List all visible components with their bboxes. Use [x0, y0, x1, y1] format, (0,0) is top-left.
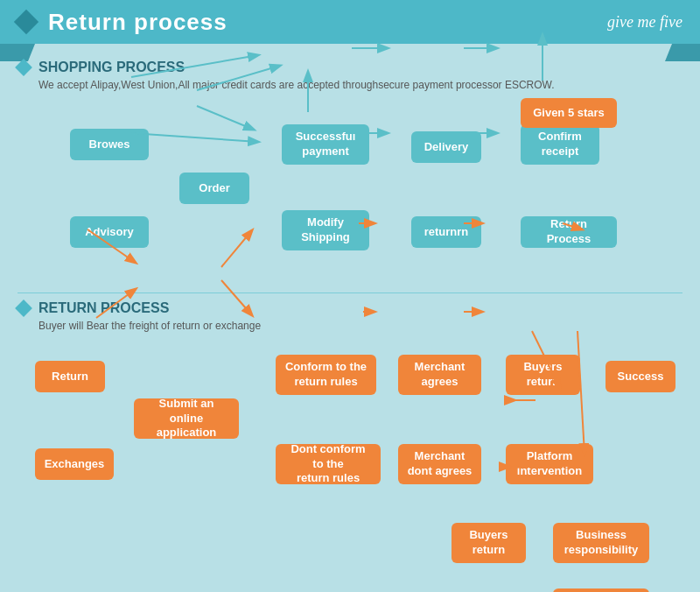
- buyers-return2-box: Buyersreturn: [452, 523, 526, 563]
- advisory-box: Advisory: [70, 216, 149, 248]
- return-description: Buyer will Bear the freight of return or…: [38, 320, 682, 332]
- merchant-dont-box: Merchantdont agrees: [398, 444, 481, 484]
- buyers-resp-box: Buyersresponsibility: [553, 588, 649, 592]
- return-button-box: Return: [35, 361, 105, 392]
- confirm-receipt-box: Confirmreceipt: [521, 124, 599, 165]
- brand-logo: give me five: [607, 13, 682, 32]
- submit-online-box: Submit an onlineapplication: [134, 398, 239, 439]
- shopping-description: We accept Alipay,West Union,All major cr…: [38, 79, 682, 91]
- successful-payment-box: Successfulpayment: [282, 124, 369, 165]
- return-section-title: RETURN PROCESS: [38, 300, 169, 316]
- main-content: SHOPPING PROCESS We accept Alipay,West U…: [0, 44, 700, 592]
- dont-conform-box: Dont conform to thereturn rules: [276, 444, 381, 484]
- return-process-box: Return Process: [521, 216, 617, 248]
- returnrn-box: returnrn: [411, 216, 481, 248]
- shopping-diamond-icon: [15, 59, 32, 76]
- shopping-section-title: SHOPPING PROCESS: [38, 60, 185, 75]
- conform-rules-box: Conform to thereturn rules: [276, 355, 376, 395]
- shopping-flow-area: Browes Order Advisory ModifyShipping Suc…: [18, 98, 682, 291]
- return-section-header: RETURN PROCESS: [18, 300, 682, 316]
- order-box: Order: [179, 173, 249, 204]
- shopping-section-header: SHOPPING PROCESS: [18, 60, 682, 75]
- browes-box: Browes: [70, 129, 149, 160]
- merchant-agrees-box: Merchantagrees: [398, 355, 481, 395]
- section-divider: [18, 292, 682, 293]
- return-flow-area: Return Exchanges Submit an onlineapplica…: [18, 339, 682, 592]
- buyers-return1-box: Buyersreturn: [506, 355, 580, 395]
- business-resp-box: Businessresponsibility: [553, 523, 649, 563]
- delivery-box: Delivery: [411, 131, 481, 163]
- page-title: Return process: [48, 9, 228, 36]
- modify-shipping-box: ModifyShipping: [282, 210, 369, 250]
- platform-intervention-box: Platformintervention: [506, 444, 593, 484]
- success-box: Success: [606, 361, 676, 392]
- header-diamond-icon: [14, 10, 38, 34]
- header: Return process give me five: [0, 0, 700, 44]
- exchanges-box: Exchanges: [35, 448, 114, 480]
- given-5-stars-box: Given 5 stars: [521, 98, 617, 128]
- return-diamond-icon: [15, 300, 32, 317]
